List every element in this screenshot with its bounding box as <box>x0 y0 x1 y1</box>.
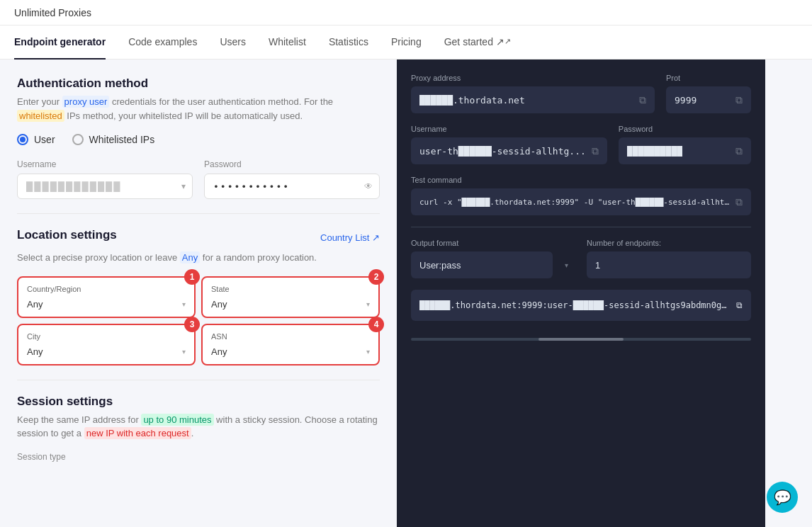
highlight-new-ip: new IP with each request <box>84 427 191 439</box>
password-input[interactable] <box>204 174 380 199</box>
session-section: Session settings Keep the same IP addres… <box>17 395 380 462</box>
left-panel: Authentication method Enter your proxy u… <box>0 60 397 527</box>
badge-1: 1 <box>184 269 200 285</box>
state-chevron-icon: ▾ <box>366 300 370 308</box>
auth-section-title: Authentication method <box>17 76 380 91</box>
username-label: Username <box>17 159 193 169</box>
output-format-select-wrapper: User:pass IP:port ▾ <box>411 251 575 278</box>
nav-endpoint-generator[interactable]: Endpoint generator <box>14 26 106 60</box>
nav-bar: Endpoint generator Code examples Users W… <box>0 26 812 60</box>
endpoints-input[interactable] <box>587 251 751 278</box>
country-list-link[interactable]: Country List ↗ <box>320 232 380 243</box>
location-grid: 1 Country/Region Any ▾ 2 State Any ▾ <box>17 276 380 366</box>
city-select[interactable]: Any ▾ <box>27 346 186 357</box>
asn-select[interactable]: Any ▾ <box>211 346 370 357</box>
location-section-desc: Select a precise proxy location or leave… <box>17 251 380 265</box>
port-value-box: 9999 ⧉ <box>666 86 751 113</box>
session-type-label: Session type <box>17 452 380 462</box>
asn-chevron-icon: ▾ <box>366 348 370 356</box>
country-region-box[interactable]: 1 Country/Region Any ▾ <box>17 276 196 318</box>
radio-user[interactable]: User <box>17 134 55 145</box>
endpoints-group: Number of endpoints: <box>587 239 751 278</box>
country-chevron-icon: ▾ <box>182 300 186 308</box>
radio-whitelisted-circle <box>72 134 84 145</box>
location-section-title: Location settings <box>17 228 117 242</box>
radio-whitelisted-ips[interactable]: Whitelisted IPs <box>72 134 155 145</box>
rp-password-label: Password <box>619 125 751 133</box>
asn-box[interactable]: 4 ASN Any ▾ <box>201 324 380 366</box>
city-chevron-icon: ▾ <box>182 348 186 356</box>
rp-scrollbar-thumb <box>538 338 624 341</box>
output-format-group: Output format User:pass IP:port ▾ <box>411 239 575 278</box>
session-section-desc: Keep the same IP address for up to 90 mi… <box>17 413 380 441</box>
main-layout: Authentication method Enter your proxy u… <box>0 60 812 527</box>
output-format-label: Output format <box>411 239 575 247</box>
username-input[interactable] <box>17 174 193 199</box>
chat-bubble[interactable]: 💬 <box>767 482 798 513</box>
location-section: Location settings Country List ↗ Select … <box>17 228 380 366</box>
rp-username-label: Username <box>411 125 607 133</box>
country-region-select[interactable]: Any ▾ <box>27 299 186 310</box>
highlight-time: up to 90 minutes <box>141 414 213 426</box>
output-format-chevron-icon: ▾ <box>565 261 568 269</box>
nav-get-started[interactable]: Get started ↗ <box>444 26 511 60</box>
highlight-whitelisted: whitelisted <box>17 110 64 122</box>
rp-username-value-box: user-th██████-sessid-allhtg... ⧉ <box>411 137 607 164</box>
auth-section: Authentication method Enter your proxy u… <box>17 76 380 199</box>
nav-pricing[interactable]: Pricing <box>391 26 422 60</box>
rp-divider <box>411 227 751 227</box>
endpoints-label: Number of endpoints: <box>587 239 751 247</box>
auth-form-row: Username ▾ Password 👁 <box>17 159 380 199</box>
location-divider <box>17 380 380 380</box>
username-dropdown-icon[interactable]: ▾ <box>181 181 186 191</box>
output-endpoints-row: Output format User:pass IP:port ▾ Number… <box>411 239 751 278</box>
password-toggle-icon[interactable]: 👁 <box>364 181 373 191</box>
badge-2: 2 <box>368 269 384 285</box>
test-command-copy-icon[interactable]: ⧉ <box>735 196 743 208</box>
state-label: State <box>211 285 370 293</box>
rp-password-copy-icon[interactable]: ⧉ <box>735 145 743 157</box>
rp-password-value-box: ██████████ ⧉ <box>619 137 751 164</box>
rp-scrollbar[interactable] <box>411 338 751 341</box>
state-select[interactable]: Any ▾ <box>211 299 370 310</box>
chat-icon: 💬 <box>774 489 791 506</box>
location-header: Location settings Country List ↗ <box>17 228 380 246</box>
output-format-select[interactable]: User:pass IP:port <box>411 251 553 278</box>
session-section-title: Session settings <box>17 395 380 409</box>
proxy-address-copy-icon[interactable]: ⧉ <box>639 94 646 106</box>
nav-whitelist[interactable]: Whitelist <box>269 26 306 60</box>
test-command-group: Test command curl -x "██████.thordata.ne… <box>411 176 751 215</box>
app-title: Unlimited Proxies <box>14 7 91 18</box>
test-command-label: Test command <box>411 176 751 184</box>
endpoint-string-copy-icon[interactable]: ⧉ <box>736 300 743 310</box>
credentials-row: Username user-th██████-sessid-allhtg... … <box>411 125 751 164</box>
password-group: Password 👁 <box>204 159 380 199</box>
top-bar: Unlimited Proxies <box>0 0 812 26</box>
nav-users[interactable]: Users <box>220 26 246 60</box>
nav-code-examples[interactable]: Code examples <box>128 26 197 60</box>
proxy-address-label: Proxy address <box>411 74 655 82</box>
port-group: Prot 9999 ⧉ <box>666 74 751 113</box>
password-label: Password <box>204 159 380 169</box>
rp-username-copy-icon[interactable]: ⧉ <box>592 145 599 157</box>
state-box[interactable]: 2 State Any ▾ <box>201 276 380 318</box>
city-box[interactable]: 3 City Any ▾ <box>17 324 196 366</box>
highlight-proxy-user: proxy user <box>62 96 110 108</box>
username-input-wrapper: ▾ <box>17 174 193 199</box>
auth-radio-group: User Whitelisted IPs <box>17 134 380 145</box>
city-label: City <box>27 332 186 341</box>
nav-statistics[interactable]: Statistics <box>329 26 368 60</box>
test-command-value-box: curl -x "██████.thordata.net:9999" -U "u… <box>411 188 751 215</box>
port-copy-icon[interactable]: ⧉ <box>735 94 743 106</box>
proxy-address-row: Proxy address ██████.thordata.net ⧉ Prot… <box>411 74 751 113</box>
rp-username-group: Username user-th██████-sessid-allhtg... … <box>411 125 607 164</box>
country-region-label: Country/Region <box>27 285 186 293</box>
endpoint-string-box: ██████.thordata.net:9999:user-██████-ses… <box>411 290 751 321</box>
asn-label: ASN <box>211 332 370 341</box>
right-panel: Proxy address ██████.thordata.net ⧉ Prot… <box>397 60 765 527</box>
proxy-address-value-box: ██████.thordata.net ⧉ <box>411 86 655 113</box>
proxy-address-group: Proxy address ██████.thordata.net ⧉ <box>411 74 655 113</box>
username-group: Username ▾ <box>17 159 193 199</box>
badge-3: 3 <box>184 317 200 332</box>
rp-password-group: Password ██████████ ⧉ <box>619 125 751 164</box>
